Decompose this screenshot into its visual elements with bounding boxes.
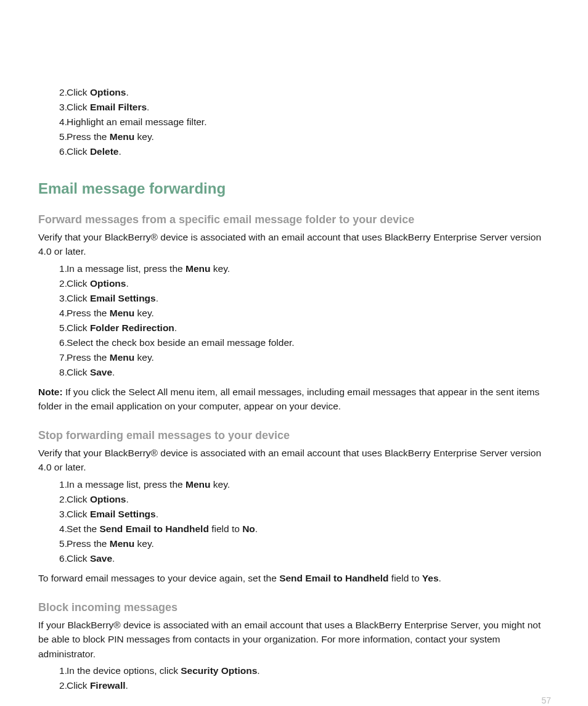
step-item: Press the Menu key. bbox=[67, 129, 551, 144]
step-item: In the device options, click Security Op… bbox=[67, 663, 551, 678]
step-item: In a message list, press the Menu key. bbox=[67, 261, 551, 276]
step-item: Click Options. bbox=[67, 85, 551, 100]
step-list-top: Click Options.Click Email Filters.Highli… bbox=[38, 85, 551, 159]
step-item: Click Save. bbox=[67, 365, 551, 380]
outro-paragraph: To forward email messages to your device… bbox=[38, 571, 551, 585]
step-item: Click Folder Redirection. bbox=[67, 321, 551, 335]
heading-1: Email message forwarding bbox=[38, 180, 551, 197]
step-item: Click Options. bbox=[67, 276, 551, 291]
intro-paragraph: Verify that your BlackBerry® device is a… bbox=[38, 446, 551, 475]
intro-paragraph: If your BlackBerry® device is associated… bbox=[38, 618, 551, 661]
step-item: Press the Menu key. bbox=[67, 536, 551, 551]
heading-2: Block incoming messages bbox=[38, 601, 551, 614]
page-number: 57 bbox=[541, 696, 551, 705]
step-list: In the device options, click Security Op… bbox=[38, 663, 551, 693]
heading-2: Stop forwarding email messages to your d… bbox=[38, 429, 551, 442]
step-item: Highlight an email message filter. bbox=[67, 115, 551, 129]
outro-paragraph: Note: If you click the Select All menu i… bbox=[38, 385, 551, 414]
step-item: Click Delete. bbox=[67, 144, 551, 159]
intro-paragraph: Verify that your BlackBerry® device is a… bbox=[38, 230, 551, 259]
step-item: Click Firewall. bbox=[67, 678, 551, 693]
step-item: Click Save. bbox=[67, 551, 551, 566]
step-list: In a message list, press the Menu key.Cl… bbox=[38, 477, 551, 566]
step-item: Select the check box beside an email mes… bbox=[67, 335, 551, 350]
step-item: Click Email Filters. bbox=[67, 100, 551, 115]
document-page: Click Options.Click Email Filters.Highli… bbox=[0, 0, 588, 706]
step-item: Click Email Settings. bbox=[67, 507, 551, 522]
step-item: Set the Send Email to Handheld field to … bbox=[67, 522, 551, 536]
heading-2: Forward messages from a specific email m… bbox=[38, 213, 551, 226]
step-item: Press the Menu key. bbox=[67, 306, 551, 321]
step-list: In a message list, press the Menu key.Cl… bbox=[38, 261, 551, 380]
step-item: In a message list, press the Menu key. bbox=[67, 477, 551, 492]
step-item: Press the Menu key. bbox=[67, 350, 551, 365]
step-item: Click Email Settings. bbox=[67, 291, 551, 306]
sections-container: Forward messages from a specific email m… bbox=[38, 213, 551, 693]
step-item: Click Options. bbox=[67, 492, 551, 507]
